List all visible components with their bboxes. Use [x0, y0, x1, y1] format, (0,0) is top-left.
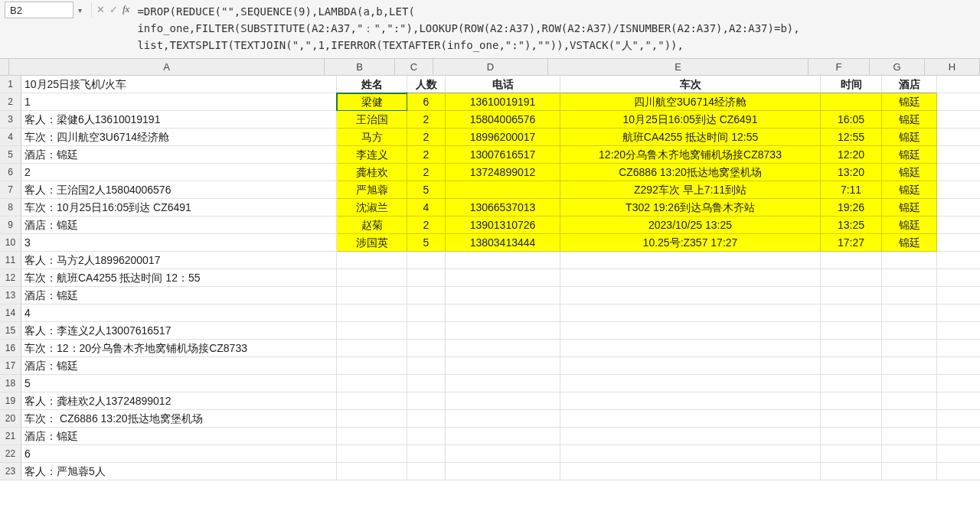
cell-D19[interactable]	[446, 392, 560, 410]
cell-E7[interactable]: Z292车次 早上7:11到站	[560, 181, 821, 199]
cell-H1[interactable]	[937, 76, 980, 93]
cell-H22[interactable]	[937, 445, 980, 463]
cell-C16[interactable]	[407, 340, 446, 357]
cell-A10[interactable]: 3	[21, 234, 337, 252]
cell-D17[interactable]	[446, 357, 560, 375]
cell-G8[interactable]: 锦廷	[882, 199, 937, 216]
cell-B16[interactable]	[337, 340, 407, 357]
cell-F19[interactable]	[821, 392, 882, 410]
fx-icon[interactable]: fx	[122, 3, 129, 15]
cell-A15[interactable]: 客人：李连义2人13007616517	[21, 322, 337, 340]
cell-A9[interactable]: 酒店：锦廷	[21, 216, 337, 234]
cell-A11[interactable]: 客人：马方2人18996200017	[21, 252, 337, 269]
cell-F23[interactable]	[821, 463, 882, 480]
cell-D14[interactable]	[446, 304, 560, 322]
cell-B18[interactable]	[337, 375, 407, 392]
cell-F1[interactable]: 时间	[821, 76, 882, 93]
cell-B11[interactable]	[337, 252, 407, 269]
cell-C21[interactable]	[407, 428, 446, 445]
cell-B20[interactable]	[337, 410, 407, 428]
cell-F13[interactable]	[821, 287, 882, 304]
cell-A16[interactable]: 车次：12：20分乌鲁木齐地窝铺机场接CZ8733	[21, 340, 337, 357]
cancel-formula-icon[interactable]: ✕	[96, 4, 105, 15]
cell-A23[interactable]: 客人：严旭蓉5人	[21, 463, 337, 480]
cell-C8[interactable]: 4	[407, 199, 446, 216]
cell-F18[interactable]	[821, 375, 882, 392]
row-header-16[interactable]: 16	[0, 340, 21, 357]
cell-E13[interactable]	[560, 287, 821, 304]
cell-B8[interactable]: 沈淑兰	[337, 199, 407, 216]
row-header-2[interactable]: 2	[0, 93, 21, 111]
row-header-14[interactable]: 14	[0, 304, 21, 322]
cell-G20[interactable]	[882, 410, 937, 428]
row-header-13[interactable]: 13	[0, 287, 21, 304]
cell-A7[interactable]: 客人：王治国2人15804006576	[21, 181, 337, 199]
cell-D5[interactable]: 13007616517	[446, 146, 560, 164]
cell-E16[interactable]	[560, 340, 821, 357]
row-header-12[interactable]: 12	[0, 269, 21, 287]
cell-C7[interactable]: 5	[407, 181, 446, 199]
cell-E15[interactable]	[560, 322, 821, 340]
row-header-18[interactable]: 18	[0, 375, 21, 392]
cell-G13[interactable]	[882, 287, 937, 304]
cell-D15[interactable]	[446, 322, 560, 340]
cell-B17[interactable]	[337, 357, 407, 375]
cell-E20[interactable]	[560, 410, 821, 428]
cell-D8[interactable]: 13066537013	[446, 199, 560, 216]
col-header-H[interactable]: H	[925, 59, 980, 76]
cell-B5[interactable]: 李连义	[337, 146, 407, 164]
cell-C18[interactable]	[407, 375, 446, 392]
col-header-B[interactable]: B	[325, 59, 395, 76]
formula-input[interactable]: =DROP(REDUCE("",SEQUENCE(9),LAMBDA(a,b,L…	[129, 0, 980, 58]
cell-B23[interactable]	[337, 463, 407, 480]
cell-D7[interactable]	[446, 181, 560, 199]
cell-H9[interactable]	[937, 216, 980, 234]
cell-D1[interactable]: 电话	[446, 76, 560, 93]
cell-G10[interactable]: 锦廷	[882, 234, 937, 252]
col-header-C[interactable]: C	[395, 59, 433, 76]
cell-E12[interactable]	[560, 269, 821, 287]
cell-C6[interactable]: 2	[407, 164, 446, 181]
cell-G7[interactable]: 锦廷	[882, 181, 937, 199]
accept-formula-icon[interactable]: ✓	[109, 4, 118, 15]
row-header-9[interactable]: 9	[0, 216, 21, 234]
cell-B14[interactable]	[337, 304, 407, 322]
cell-E19[interactable]	[560, 392, 821, 410]
cell-B3[interactable]: 王治国	[337, 111, 407, 129]
cell-C13[interactable]	[407, 287, 446, 304]
cell-A19[interactable]: 客人：龚桂欢2人13724899012	[21, 392, 337, 410]
cell-H10[interactable]	[937, 234, 980, 252]
cell-H4[interactable]	[937, 129, 980, 146]
cell-H19[interactable]	[937, 392, 980, 410]
col-header-G[interactable]: G	[870, 59, 925, 76]
cell-A3[interactable]: 客人：梁健6人13610019191	[21, 111, 337, 129]
cell-C5[interactable]: 2	[407, 146, 446, 164]
row-header-8[interactable]: 8	[0, 199, 21, 216]
cell-F7[interactable]: 7:11	[821, 181, 882, 199]
cell-B10[interactable]: 涉国英	[337, 234, 407, 252]
cell-G19[interactable]	[882, 392, 937, 410]
row-header-23[interactable]: 23	[0, 463, 21, 480]
cell-C1[interactable]: 人数	[407, 76, 446, 93]
cells-area[interactable]: 10月25日接飞机/火车姓名人数电话车次时间酒店1梁健613610019191四…	[21, 76, 980, 480]
cell-G12[interactable]	[882, 269, 937, 287]
cell-A14[interactable]: 4	[21, 304, 337, 322]
cell-E14[interactable]	[560, 304, 821, 322]
cell-F10[interactable]: 17:27	[821, 234, 882, 252]
row-header-1[interactable]: 1	[0, 76, 21, 93]
row-header-3[interactable]: 3	[0, 111, 21, 129]
cell-A22[interactable]: 6	[21, 445, 337, 463]
cell-D6[interactable]: 13724899012	[446, 164, 560, 181]
cell-F8[interactable]: 19:26	[821, 199, 882, 216]
cell-A5[interactable]: 酒店：锦廷	[21, 146, 337, 164]
cell-B1[interactable]: 姓名	[337, 76, 407, 93]
cell-H8[interactable]	[937, 199, 980, 216]
cell-H14[interactable]	[937, 304, 980, 322]
col-header-D[interactable]: D	[433, 59, 548, 76]
cell-F16[interactable]	[821, 340, 882, 357]
cell-D3[interactable]: 15804006576	[446, 111, 560, 129]
cell-F2[interactable]	[821, 93, 882, 111]
cell-E2[interactable]: 四川航空3U6714经济舱	[560, 93, 821, 111]
cell-F9[interactable]: 13:25	[821, 216, 882, 234]
cell-A17[interactable]: 酒店：锦廷	[21, 357, 337, 375]
